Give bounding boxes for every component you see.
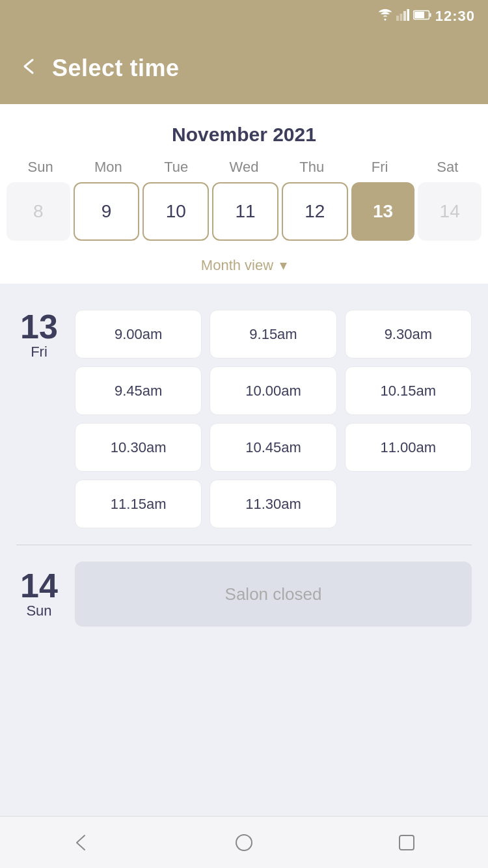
- status-icons: 12:30: [378, 8, 475, 25]
- month-view-label: Month view: [201, 257, 273, 274]
- salon-closed-label: Salon closed: [225, 584, 322, 604]
- date-14[interactable]: 14: [418, 182, 481, 241]
- svg-rect-3: [407, 9, 409, 21]
- day-13-label: 13 Fri: [16, 310, 62, 360]
- day-13-name: Fri: [31, 344, 47, 360]
- svg-rect-8: [400, 835, 414, 850]
- page-title: Select time: [52, 55, 180, 82]
- day-14-name: Sun: [26, 603, 51, 619]
- nav-recent-button[interactable]: [383, 825, 431, 860]
- battery-icon: [413, 10, 431, 23]
- time-slots-grid-13: 9.00am 9.15am 9.30am 9.45am 10.00am 10.1…: [75, 310, 472, 528]
- date-11[interactable]: 11: [212, 182, 278, 241]
- date-10[interactable]: 10: [142, 182, 209, 241]
- time-slot-945am[interactable]: 9.45am: [75, 366, 202, 415]
- time-slot-1015am[interactable]: 10.15am: [345, 366, 472, 415]
- salon-closed-box: Salon closed: [75, 562, 472, 627]
- date-12[interactable]: 12: [282, 182, 348, 241]
- bottom-nav: [0, 816, 488, 868]
- time-slot-930am[interactable]: 9.30am: [345, 310, 472, 359]
- date-9[interactable]: 9: [74, 182, 140, 241]
- weekday-tue: Tue: [142, 159, 210, 176]
- time-slot-915am[interactable]: 9.15am: [210, 310, 336, 359]
- dates-row: 8 9 10 11 12 13 14: [0, 182, 488, 251]
- nav-back-button[interactable]: [57, 825, 105, 860]
- svg-rect-0: [396, 16, 399, 21]
- main-content: 13 Fri 9.00am 9.15am 9.30am 9.45am 10.00…: [0, 284, 488, 816]
- day-14-number: 14: [20, 569, 58, 603]
- status-bar: 12:30: [0, 0, 488, 33]
- weekday-fri: Fri: [346, 159, 413, 176]
- day-14-label: 14 Sun: [16, 569, 62, 619]
- nav-back-icon: [70, 832, 92, 854]
- time-slot-1045am[interactable]: 10.45am: [210, 423, 336, 472]
- svg-rect-1: [400, 14, 402, 21]
- svg-point-7: [236, 835, 252, 850]
- time-slot-1030am[interactable]: 10.30am: [75, 423, 202, 472]
- nav-home-icon: [233, 832, 255, 854]
- weekday-thu: Thu: [278, 159, 346, 176]
- nav-home-button[interactable]: [220, 825, 268, 860]
- signal-icon: [396, 9, 409, 23]
- weekday-sat: Sat: [414, 159, 481, 176]
- date-13[interactable]: 13: [351, 182, 415, 241]
- calendar-section: November 2021 Sun Mon Tue Wed Thu Fri Sa…: [0, 104, 488, 284]
- time-slot-1000am[interactable]: 10.00am: [210, 366, 336, 415]
- nav-recent-icon: [396, 832, 418, 854]
- wifi-icon: [378, 9, 392, 23]
- weekdays-row: Sun Mon Tue Wed Thu Fri Sat: [0, 159, 488, 176]
- time-slot-1130am[interactable]: 11.30am: [210, 480, 336, 528]
- day-13-number: 13: [20, 310, 58, 344]
- app-header: Select time: [0, 33, 488, 104]
- chevron-down-icon: ▾: [280, 257, 287, 274]
- section-divider: [16, 545, 472, 545]
- weekday-sun: Sun: [7, 159, 74, 176]
- status-time: 12:30: [435, 8, 475, 25]
- weekday-mon: Mon: [74, 159, 142, 176]
- time-slot-1100am[interactable]: 11.00am: [345, 423, 472, 472]
- month-year-title: November 2021: [0, 117, 488, 159]
- date-8[interactable]: 8: [7, 182, 70, 241]
- svg-rect-5: [429, 13, 431, 17]
- svg-rect-6: [414, 12, 424, 18]
- month-view-toggle[interactable]: Month view ▾: [0, 251, 488, 284]
- day-13-section: 13 Fri 9.00am 9.15am 9.30am 9.45am 10.00…: [0, 297, 488, 541]
- time-slot-1115am[interactable]: 11.15am: [75, 480, 202, 528]
- weekday-wed: Wed: [210, 159, 278, 176]
- day-14-section: 14 Sun Salon closed: [0, 549, 488, 640]
- svg-rect-2: [403, 11, 406, 21]
- time-slot-900am[interactable]: 9.00am: [75, 310, 202, 359]
- back-button[interactable]: [20, 57, 39, 80]
